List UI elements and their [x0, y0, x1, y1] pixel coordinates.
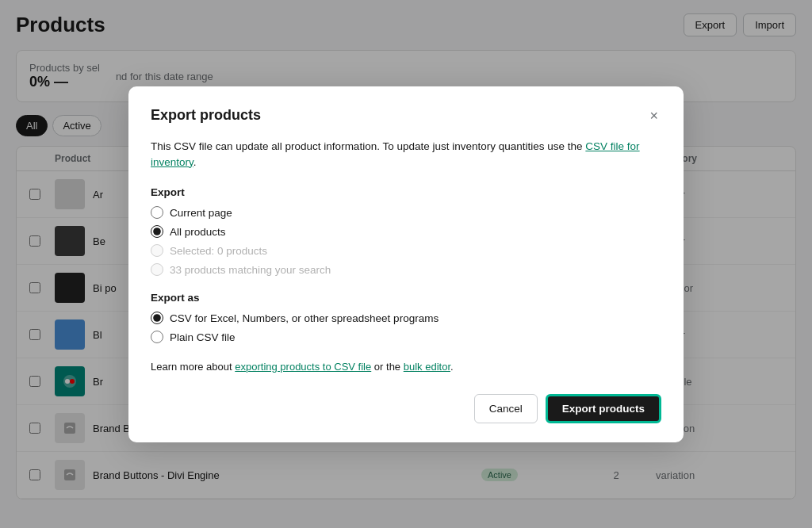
export-as-radio-csv-excel[interactable]	[151, 312, 163, 324]
export-as-option-label: CSV for Excel, Numbers, or other spreads…	[170, 312, 439, 324]
export-option-label: 33 products matching your search	[170, 264, 331, 276]
learn-more-text: Learn more about exporting products to C…	[151, 359, 661, 375]
modal-overlay: Export products × This CSV file can upda…	[0, 0, 812, 528]
learn-more-prefix: Learn more about	[151, 361, 232, 373]
cancel-button[interactable]: Cancel	[474, 394, 538, 423]
modal-footer: Cancel Export products	[151, 394, 661, 423]
export-radio-all-products[interactable]	[151, 225, 163, 238]
export-as-option-plain-csv[interactable]: Plain CSV file	[151, 331, 661, 343]
export-radio-matching	[151, 263, 163, 276]
export-as-option-csv-excel[interactable]: CSV for Excel, Numbers, or other spreads…	[151, 312, 661, 324]
modal-description: This CSV file can update all product inf…	[151, 139, 661, 171]
bulk-editor-link[interactable]: bulk editor	[404, 361, 450, 373]
modal-title: Export products	[151, 107, 261, 124]
export-radio-current-page[interactable]	[151, 206, 163, 219]
export-section-label: Export	[151, 186, 661, 198]
export-products-button[interactable]: Export products	[546, 394, 661, 423]
export-option-current-page[interactable]: Current page	[151, 206, 661, 219]
modal-close-button[interactable]: ×	[646, 105, 661, 126]
export-as-section-label: Export as	[151, 292, 661, 304]
export-option-all-products[interactable]: All products	[151, 225, 661, 238]
export-option-label: Selected: 0 products	[170, 245, 267, 257]
modal-desc-text: This CSV file can update all product inf…	[151, 140, 583, 152]
export-option-matching[interactable]: 33 products matching your search	[151, 263, 661, 276]
export-option-label: Current page	[170, 207, 232, 219]
modal-header: Export products ×	[151, 105, 661, 126]
export-csv-link[interactable]: exporting products to CSV file	[235, 361, 371, 373]
learn-more-middle: or the	[374, 361, 400, 373]
export-options-group: Current page All products Selected: 0 pr…	[151, 206, 661, 276]
export-option-label: All products	[170, 226, 226, 238]
export-radio-selected	[151, 244, 163, 257]
export-modal: Export products × This CSV file can upda…	[128, 86, 684, 442]
export-as-option-label: Plain CSV file	[170, 331, 236, 343]
export-as-options-group: CSV for Excel, Numbers, or other spreads…	[151, 312, 661, 343]
export-as-radio-plain-csv[interactable]	[151, 331, 163, 343]
export-option-selected[interactable]: Selected: 0 products	[151, 244, 661, 257]
